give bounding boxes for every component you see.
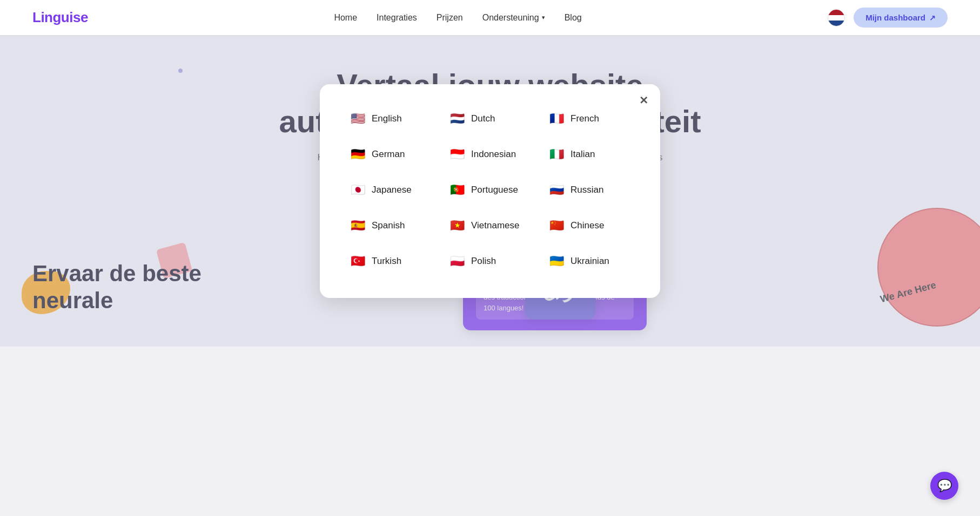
lang-name-english: English [372, 113, 402, 124]
chat-button[interactable]: 💬 [930, 472, 958, 500]
language-picker-modal: ✕ 🇺🇸 English 🇳🇱 Dutch 🇫🇷 French 🇩🇪 Germa [320, 84, 660, 298]
language-grid: 🇺🇸 English 🇳🇱 Dutch 🇫🇷 French 🇩🇪 German [344, 106, 636, 274]
lang-name-indonesian: Indonesian [471, 149, 516, 160]
flag-italian: 🇮🇹 [548, 146, 565, 163]
flag-german: 🇩🇪 [349, 146, 366, 163]
lang-name-russian: Russian [570, 185, 603, 195]
lang-name-vietnamese: Vietnamese [471, 220, 519, 231]
logo[interactable]: Linguise [32, 9, 88, 26]
lang-item-spanish[interactable]: 🇪🇸 Spanish [344, 213, 438, 239]
lang-name-spanish: Spanish [372, 220, 405, 231]
lang-item-english[interactable]: 🇺🇸 English [344, 106, 438, 132]
lang-name-polish: Polish [471, 256, 496, 267]
lang-item-dutch[interactable]: 🇳🇱 Dutch [443, 106, 537, 132]
lang-item-german[interactable]: 🇩🇪 German [344, 141, 438, 167]
flag-indonesian: 🇮🇩 [448, 146, 466, 163]
chevron-down-icon: ▾ [542, 14, 545, 21]
lang-item-italian[interactable]: 🇮🇹 Italian [542, 141, 636, 167]
lang-item-vietnamese[interactable]: 🇻🇳 Vietnamese [443, 213, 537, 239]
language-flag-nl[interactable] [828, 9, 845, 26]
flag-vietnamese: 🇻🇳 [448, 217, 466, 234]
flag-turkish: 🇹🇷 [349, 253, 366, 270]
flag-japanese: 🇯🇵 [349, 181, 366, 199]
nav-links: Home Integraties Prijzen Ondersteuning ▾… [334, 13, 581, 23]
external-link-icon: ↗ [929, 13, 936, 22]
nav-ondersteuning[interactable]: Ondersteuning ▾ [482, 13, 545, 23]
flag-polish: 🇵🇱 [448, 253, 466, 270]
flag-french: 🇫🇷 [548, 110, 565, 127]
lang-name-german: German [372, 149, 405, 160]
lang-name-japanese: Japanese [372, 185, 412, 195]
flag-english: 🇺🇸 [349, 110, 366, 127]
modal-overlay[interactable]: ✕ 🇺🇸 English 🇳🇱 Dutch 🇫🇷 French 🇩🇪 Germa [0, 35, 980, 347]
lang-item-ukrainian[interactable]: 🇺🇦 Ukrainian [542, 248, 636, 274]
lang-item-turkish[interactable]: 🇹🇷 Turkish [344, 248, 438, 274]
flag-chinese: 🇨🇳 [548, 217, 565, 234]
flag-ukrainian: 🇺🇦 [548, 253, 565, 270]
flag-dutch: 🇳🇱 [448, 110, 466, 127]
lang-name-french: French [570, 113, 599, 124]
nav-home[interactable]: Home [334, 13, 357, 23]
nav-integraties[interactable]: Integraties [377, 13, 417, 23]
dashboard-button[interactable]: Mijn dashboard ↗ [854, 8, 948, 28]
lang-item-polish[interactable]: 🇵🇱 Polish [443, 248, 537, 274]
lang-name-chinese: Chinese [570, 220, 604, 231]
flag-portuguese: 🇵🇹 [448, 181, 466, 199]
lang-item-chinese[interactable]: 🇨🇳 Chinese [542, 213, 636, 239]
navbar: Linguise Home Integraties Prijzen Onders… [0, 0, 980, 35]
flag-russian: 🇷🇺 [548, 181, 565, 199]
lang-name-dutch: Dutch [471, 113, 495, 124]
lang-name-ukrainian: Ukrainian [570, 256, 609, 267]
lang-item-indonesian[interactable]: 🇮🇩 Indonesian [443, 141, 537, 167]
nav-blog[interactable]: Blog [565, 13, 582, 23]
flag-spanish: 🇪🇸 [349, 217, 366, 234]
lang-name-portuguese: Portuguese [471, 185, 518, 195]
lang-name-turkish: Turkish [372, 256, 401, 267]
lang-item-japanese[interactable]: 🇯🇵 Japanese [344, 177, 438, 203]
lang-item-portuguese[interactable]: 🇵🇹 Portuguese [443, 177, 537, 203]
chat-icon: 💬 [937, 479, 952, 493]
close-button[interactable]: ✕ [639, 94, 648, 107]
lang-item-french[interactable]: 🇫🇷 French [542, 106, 636, 132]
nav-prijzen[interactable]: Prijzen [437, 13, 463, 23]
lang-item-russian[interactable]: 🇷🇺 Russian [542, 177, 636, 203]
lang-name-italian: Italian [570, 149, 595, 160]
